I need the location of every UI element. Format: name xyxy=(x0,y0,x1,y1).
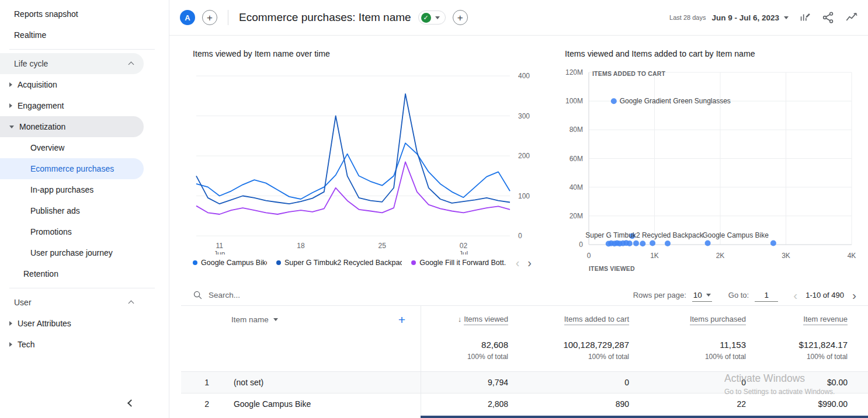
sidebar-item-ecommerce-purchases[interactable]: Ecommerce purchases xyxy=(0,158,144,179)
svg-text:0: 0 xyxy=(587,252,591,260)
svg-text:02: 02 xyxy=(460,242,468,250)
table-row[interactable]: 1 (not set) 9,794 0 0 $0.00 xyxy=(181,371,868,393)
section-label: User xyxy=(14,298,32,307)
search-input[interactable] xyxy=(209,291,337,299)
line-chart: 010020030040011Jun182502Jul xyxy=(193,68,537,255)
cell-items-viewed: 9,794 xyxy=(421,378,514,387)
add-comparison-button[interactable]: + xyxy=(202,10,217,25)
sidebar-item-user-purchase-journey[interactable]: User purchase journey xyxy=(0,242,144,263)
svg-text:40M: 40M xyxy=(570,183,583,191)
sidebar-item-label: Publisher ads xyxy=(30,206,80,215)
sidebar-item-promotions[interactable]: Promotions xyxy=(0,221,144,242)
expand-right-icon xyxy=(9,82,12,87)
cell-items-added-to-cart: 890 xyxy=(514,399,635,409)
svg-text:Jun: Jun xyxy=(214,250,225,255)
sidebar-item-label: User purchase journey xyxy=(30,248,113,257)
legend-item[interactable]: Google Campus Bike xyxy=(193,259,267,267)
share-report-button[interactable] xyxy=(821,11,835,25)
report-status-pill[interactable]: ✓ xyxy=(418,11,446,25)
rows-per-page-select[interactable]: 10 xyxy=(692,289,712,302)
section-label: Life cycle xyxy=(14,59,48,68)
sidebar-item-tech[interactable]: Tech xyxy=(0,334,144,355)
sidebar-item-label: Realtime xyxy=(14,30,46,40)
column-header-items-viewed[interactable]: ↓Items viewed xyxy=(421,314,514,325)
sidebar-item-label: Tech xyxy=(18,340,35,349)
search-icon xyxy=(193,290,203,300)
legend-next-button[interactable]: › xyxy=(527,257,532,269)
row-index: 2 xyxy=(194,399,209,409)
legend-dot-icon xyxy=(276,260,281,265)
row-item-name: (not set) xyxy=(234,378,263,387)
totals-items-purchased: 11,153 100% of total xyxy=(635,340,752,371)
svg-text:2K: 2K xyxy=(716,252,725,260)
next-page-button[interactable]: › xyxy=(852,289,856,301)
goto-input[interactable] xyxy=(755,289,778,302)
sidebar-item-label: Overview xyxy=(30,143,64,152)
add-report-button[interactable]: + xyxy=(453,10,468,25)
table-horizontal-scrollbar[interactable] xyxy=(421,416,868,418)
sidebar-item-realtime[interactable]: Realtime xyxy=(0,25,144,46)
table-row[interactable]: 2 Google Campus Bike 2,808 890 22 $990.0… xyxy=(181,393,868,414)
cell-items-added-to-cart: 0 xyxy=(514,378,635,387)
rows-per-page-label: Rows per page: xyxy=(633,291,686,299)
column-header-items-purchased[interactable]: Items purchased xyxy=(635,314,752,325)
chevron-down-icon xyxy=(273,318,278,321)
legend-dot-icon xyxy=(193,260,197,265)
row-item-name: Google Campus Bike xyxy=(234,399,311,409)
daterange-value: Jun 9 - Jul 6, 2023 xyxy=(711,13,779,22)
cell-items-viewed: 2,808 xyxy=(421,399,514,409)
sidebar-item-user-attributes[interactable]: User Attributes xyxy=(0,313,144,334)
scrollbar-thumb[interactable] xyxy=(421,416,868,418)
prev-page-button[interactable]: ‹ xyxy=(793,289,797,301)
check-icon: ✓ xyxy=(421,13,431,23)
customize-report-icon xyxy=(798,11,811,24)
sidebar-item-retention[interactable]: Retention xyxy=(0,263,144,284)
daterange-preset-label: Last 28 days xyxy=(669,14,706,21)
legend-item[interactable]: Google Fill it Forward Bott... xyxy=(411,259,506,267)
svg-text:100: 100 xyxy=(518,192,530,200)
svg-text:60M: 60M xyxy=(570,155,583,163)
sidebar-section-lifecycle[interactable]: Life cycle xyxy=(0,53,144,74)
sidebar-item-reports-snapshot[interactable]: Reports snapshot xyxy=(0,4,144,25)
report-table: Rows per page: 10 Go to: ‹ 1-10 of 490 ›… xyxy=(181,285,868,418)
collapse-sidebar-button[interactable] xyxy=(123,396,137,410)
collapse-down-icon xyxy=(9,126,14,128)
page-title: Ecommerce purchases: Item name xyxy=(239,11,411,24)
goto-label: Go to: xyxy=(728,291,749,299)
sidebar-section-user[interactable]: User xyxy=(0,292,144,313)
sidebar-item-overview[interactable]: Overview xyxy=(0,137,144,158)
rows-per-page-value: 10 xyxy=(693,291,702,299)
legend-item[interactable]: Super G Timbuk2 Recycled Backpack xyxy=(276,259,402,267)
totals-items-added-to-cart: 100,128,729,287 100% of total xyxy=(514,340,635,371)
sidebar-item-acquisition[interactable]: Acquisition xyxy=(0,74,144,95)
add-column-button[interactable]: + xyxy=(398,314,405,326)
comparison-avatar[interactable]: A xyxy=(180,10,195,25)
svg-text:200: 200 xyxy=(518,152,530,160)
totals-items-viewed: 82,608 100% of total xyxy=(421,340,514,371)
legend-label: Super G Timbuk2 Recycled Backpack xyxy=(284,259,402,267)
sort-desc-icon: ↓ xyxy=(458,315,462,323)
column-header-item-name[interactable]: Item name + xyxy=(181,314,421,326)
sidebar-item-label: Promotions xyxy=(30,227,72,236)
cell-item-revenue: $990.00 xyxy=(752,399,868,409)
svg-text:Google Campus Bike: Google Campus Bike xyxy=(703,231,769,239)
sidebar-item-in-app-purchases[interactable]: In-app purchases xyxy=(0,179,144,200)
sidebar-item-engagement[interactable]: Engagement xyxy=(0,95,144,116)
customize-report-button[interactable] xyxy=(798,11,812,25)
sidebar-item-label: In-app purchases xyxy=(30,185,93,194)
svg-text:0: 0 xyxy=(579,241,583,249)
chevron-up-icon xyxy=(129,62,134,68)
column-header-items-added-to-cart[interactable]: Items added to cart xyxy=(514,314,635,325)
totals-item-revenue: $121,824.17 100% of total xyxy=(752,340,868,371)
cell-items-purchased: 22 xyxy=(635,399,752,409)
insights-button[interactable] xyxy=(845,11,859,25)
daterange-picker[interactable]: Jun 9 - Jul 6, 2023 xyxy=(711,13,789,22)
chevron-left-icon xyxy=(127,399,135,407)
table-search[interactable] xyxy=(193,290,337,300)
column-header-item-revenue[interactable]: Item revenue xyxy=(752,314,868,325)
legend-prev-button[interactable]: ‹ xyxy=(516,257,520,269)
sidebar-item-label: Monetization xyxy=(19,122,65,131)
sidebar-item-publisher-ads[interactable]: Publisher ads xyxy=(0,200,144,221)
table-header-row: Item name + ↓Items viewed Items added to… xyxy=(181,306,868,333)
sidebar-item-monetization[interactable]: Monetization xyxy=(0,116,144,137)
